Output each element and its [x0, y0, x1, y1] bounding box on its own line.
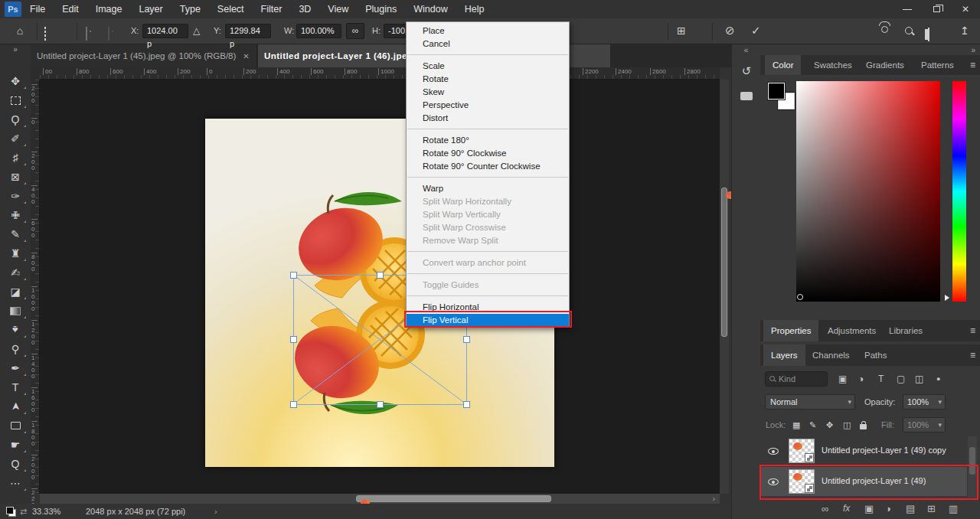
layer-name[interactable]: Untitled project-Layer 1 (49) copy — [822, 446, 946, 455]
shape-layers-filter-icon[interactable]: ▢ — [897, 374, 905, 384]
add-layer-mask-icon[interactable]: ▣ — [864, 503, 874, 514]
layer-thumbnail[interactable] — [789, 469, 815, 494]
smart-object-filter-icon[interactable]: ◫ — [915, 374, 923, 384]
color-saturation-field[interactable] — [796, 81, 940, 302]
tab-close-icon[interactable]: ✕ — [243, 52, 249, 60]
fill-field[interactable]: 100% ▾ — [903, 417, 946, 432]
reference-point-icon[interactable] — [86, 26, 87, 41]
rectangle-tool[interactable] — [3, 416, 28, 435]
new-layer-icon[interactable]: ⊞ — [927, 503, 936, 514]
tab-channels[interactable]: Channels — [805, 344, 858, 366]
scrollbar-thumb[interactable] — [969, 447, 975, 475]
gradient-tool[interactable] — [3, 302, 28, 320]
menu-view[interactable]: View — [319, 0, 357, 18]
menu-item-perspective[interactable]: Perspective — [407, 99, 569, 112]
workspace-icon[interactable] — [928, 27, 929, 42]
width-field[interactable]: 100.00% — [296, 24, 341, 38]
layer-visibility-icon[interactable] — [768, 478, 779, 485]
menu-type[interactable]: Type — [172, 0, 209, 18]
menu-window[interactable]: Window — [405, 0, 456, 18]
menu-item-scale[interactable]: Scale — [407, 60, 569, 73]
hue-slider[interactable] — [952, 81, 966, 302]
menu-item-warp[interactable]: Warp — [407, 182, 569, 195]
maintain-aspect-ratio-icon[interactable]: ∞ — [346, 23, 364, 39]
lock-transparency-icon[interactable]: ▦ — [792, 420, 800, 430]
layer-thumbnail[interactable] — [789, 439, 815, 463]
swap-colors-icon[interactable]: ⇄ — [20, 507, 27, 517]
panel-menu-icon[interactable]: ≡ — [970, 325, 975, 336]
lock-artboard-icon[interactable]: ◫ — [843, 420, 851, 430]
panel-menu-icon[interactable]: ≡ — [970, 350, 975, 361]
layer-row-copy[interactable]: Untitled project-Layer 1 (49) copy — [760, 436, 967, 465]
menu-item-toggle-guides[interactable]: Toggle Guides — [407, 279, 569, 292]
tab-adjustments[interactable]: Adjustments — [820, 320, 884, 341]
healing-brush-tool[interactable]: ✙ — [3, 206, 28, 224]
new-adjustment-layer-icon[interactable]: ◑ — [885, 503, 891, 514]
crop-tool[interactable]: ♯ — [3, 149, 28, 167]
menu-item-convert-warp-anchor-point[interactable]: Convert warp anchor point — [407, 256, 569, 269]
lock-all-icon[interactable] — [860, 424, 867, 429]
relative-position-icon[interactable]: △ — [193, 23, 200, 38]
tab-color[interactable]: Color — [765, 55, 801, 75]
status-chevron-icon[interactable]: › — [214, 507, 217, 516]
dodge-tool[interactable]: ⚲ — [3, 340, 28, 358]
x-field[interactable]: 1024.00 p — [142, 24, 188, 38]
lasso-tool[interactable]: Ϙ — [3, 110, 28, 129]
tab-gradients[interactable]: Gradients — [858, 55, 912, 75]
y-field[interactable]: 1299.84 p — [225, 24, 271, 38]
move-tool[interactable]: ✥ — [3, 72, 28, 90]
menu-item-split-warp-crosswise[interactable]: Split Warp Crosswise — [407, 221, 569, 234]
history-brush-tool[interactable]: ✍ — [3, 263, 28, 282]
menu-item-distort[interactable]: Distort — [407, 112, 569, 125]
menu-select[interactable]: Select — [209, 0, 253, 18]
menu-layer[interactable]: Layer — [130, 0, 171, 18]
cancel-transform-icon[interactable]: ⊘ — [725, 23, 735, 38]
zoom-tool[interactable]: Q — [3, 455, 28, 473]
zoom-level-field[interactable]: 33.33% — [32, 507, 60, 516]
hand-tool[interactable]: ☛ — [3, 436, 28, 454]
menu-item-split-warp-horizontally[interactable]: Split Warp Horizontally — [407, 195, 569, 208]
more-tools-button[interactable]: ⋯ — [3, 474, 28, 492]
blur-tool[interactable]: ♠ — [3, 321, 28, 339]
lock-position-icon[interactable]: ✥ — [826, 420, 833, 430]
panel-expand-icon[interactable]: » — [971, 46, 975, 54]
panel-menu-icon[interactable]: ≡ — [970, 60, 975, 70]
comments-panel-icon[interactable] — [736, 86, 757, 106]
canvas-pasteboard[interactable] — [40, 80, 720, 494]
menu-image[interactable]: Image — [87, 0, 131, 18]
hue-slider-arrow-icon[interactable] — [945, 295, 949, 301]
menu-item-remove-warp-split[interactable]: Remove Warp Split — [407, 234, 569, 247]
menu-item-rotate-180[interactable]: Rotate 180° — [407, 134, 569, 147]
tab-properties[interactable]: Properties — [763, 320, 818, 341]
restore-button[interactable] — [922, 0, 951, 18]
anchor-toggle-icon[interactable] — [108, 26, 109, 41]
type-tool[interactable]: T — [3, 378, 28, 397]
menu-item-place[interactable]: Place — [407, 24, 569, 38]
scroll-arrow-icon[interactable]: › — [713, 494, 715, 504]
tab-patterns[interactable]: Patterns — [913, 55, 962, 75]
layer-name[interactable]: Untitled project-Layer 1 (49) — [822, 476, 926, 485]
layer-row-selected[interactable]: Untitled project-Layer 1 (49) — [760, 467, 967, 496]
rail-collapse-icon[interactable]: « — [732, 44, 760, 57]
menu-item-flip-vertical[interactable]: Flip Vertical — [407, 314, 569, 327]
menu-3d[interactable]: 3D — [290, 0, 319, 18]
adjustment-layers-filter-icon[interactable]: ◑ — [858, 374, 864, 384]
menu-help[interactable]: Help — [456, 0, 493, 18]
filtering-toggle-icon[interactable]: ● — [936, 375, 940, 383]
menu-plugins[interactable]: Plugins — [357, 0, 405, 18]
menu-item-skew[interactable]: Skew — [407, 86, 569, 99]
eraser-tool[interactable]: ◪ — [3, 282, 28, 301]
pen-tool[interactable]: ✒ — [3, 359, 28, 377]
layer-visibility-icon[interactable] — [768, 448, 779, 455]
document-tab-1[interactable]: Untitled project-Layer 1 (45).jpeg @ 100… — [31, 44, 257, 67]
foreground-color-swatch[interactable] — [768, 83, 785, 100]
interpolation-icon[interactable]: ⊞ — [677, 23, 686, 38]
tab-paths[interactable]: Paths — [857, 344, 894, 366]
export-icon[interactable]: ↥ — [960, 23, 969, 38]
layer-search-field[interactable]: Kind — [765, 371, 828, 387]
color-sample-marker[interactable] — [797, 294, 803, 300]
menu-item-cancel[interactable]: Cancel — [407, 38, 569, 51]
menu-edit[interactable]: Edit — [54, 0, 87, 18]
scrollbar-thumb[interactable] — [721, 188, 727, 337]
layers-scrollbar[interactable] — [968, 436, 977, 498]
